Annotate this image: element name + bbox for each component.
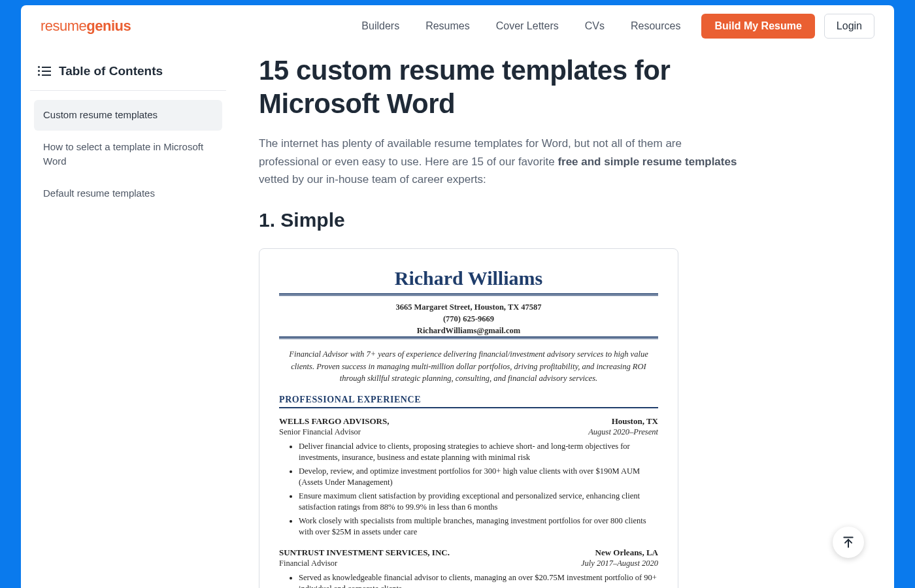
section-heading-simple: 1. Simple xyxy=(259,209,744,231)
nav-resources[interactable]: Resources xyxy=(631,20,680,32)
top-navigation: resumegenius Builders Resumes Cover Lett… xyxy=(21,5,894,47)
resume-address: 3665 Margaret Street, Houston, TX 47587 xyxy=(279,301,658,313)
job-role: Senior Financial Advisor xyxy=(279,427,361,437)
nav-resumes[interactable]: Resumes xyxy=(425,20,470,32)
table-of-contents: Table of Contents Custom resume template… xyxy=(30,54,226,588)
bullet: Work closely with specialists from multi… xyxy=(299,515,658,538)
page-title: 15 custom resume templates for Microsoft… xyxy=(259,54,744,120)
article-main: 15 custom resume templates for Microsoft… xyxy=(226,54,874,588)
logo-part2: genius xyxy=(86,18,131,34)
arrow-up-icon xyxy=(842,535,855,549)
toc-item-how-to-select[interactable]: How to select a template in Microsoft Wo… xyxy=(34,132,222,177)
nav-menu: Builders Resumes Cover Letters CVs Resou… xyxy=(361,20,680,32)
job-company: WELLS FARGO ADVISORS, xyxy=(279,416,389,427)
logo-part1: resume xyxy=(41,18,86,34)
divider xyxy=(279,293,658,295)
toc-title: Table of Contents xyxy=(59,64,163,78)
login-button[interactable]: Login xyxy=(824,14,874,39)
job-location: Houston, TX xyxy=(612,416,658,427)
nav-cover-letters[interactable]: Cover Letters xyxy=(496,20,559,32)
job-block: WELLS FARGO ADVISORS, Houston, TX Senior… xyxy=(279,416,658,538)
resume-section-title: PROFESSIONAL EXPERIENCE xyxy=(279,395,658,405)
intro-paragraph: The internet has plenty of available res… xyxy=(259,135,744,188)
resume-summary: Financial Advisor with 7+ years of exper… xyxy=(283,348,654,384)
toc-item-custom-templates[interactable]: Custom resume templates xyxy=(34,100,222,131)
toc-item-default-templates[interactable]: Default resume templates xyxy=(34,178,222,209)
nav-cvs[interactable]: CVs xyxy=(585,20,605,32)
bullet: Ensure maximum client satisfaction by pr… xyxy=(299,491,658,514)
bullet: Served as knowledgeable financial adviso… xyxy=(299,572,658,588)
divider xyxy=(279,407,658,408)
nav-builders[interactable]: Builders xyxy=(361,20,399,32)
job-dates: August 2020–Present xyxy=(588,427,658,437)
intro-post: vetted by our in-house team of career ex… xyxy=(259,173,486,186)
toc-header: Table of Contents xyxy=(30,59,226,91)
job-dates: July 2017–August 2020 xyxy=(581,559,658,568)
job-bullets: Served as knowledgeable financial adviso… xyxy=(279,572,658,588)
divider xyxy=(279,336,658,338)
list-icon xyxy=(38,66,51,76)
divider xyxy=(279,338,658,339)
job-bullets: Deliver financial advice to clients, pro… xyxy=(279,441,658,538)
resume-preview-simple[interactable]: Richard Williams 3665 Margaret Street, H… xyxy=(259,248,678,588)
job-block: SUNTRUST INVESTMENT SERVICES, INC. New O… xyxy=(279,547,658,588)
resume-contact: 3665 Margaret Street, Houston, TX 47587 … xyxy=(279,301,658,336)
scroll-to-top-button[interactable] xyxy=(833,527,864,558)
job-location: New Orleans, LA xyxy=(595,547,658,558)
resume-phone: (770) 625-9669 xyxy=(279,313,658,325)
intro-bold: free and simple resume templates xyxy=(557,155,737,168)
bullet: Deliver financial advice to clients, pro… xyxy=(299,441,658,464)
job-company: SUNTRUST INVESTMENT SERVICES, INC. xyxy=(279,547,450,558)
resume-email: RichardWilliams@gmail.com xyxy=(279,325,658,336)
job-role: Financial Advisor xyxy=(279,559,337,568)
divider xyxy=(279,295,658,296)
resume-name: Richard Williams xyxy=(279,267,658,289)
bullet: Develop, review, and optimize investment… xyxy=(299,466,658,489)
logo[interactable]: resumegenius xyxy=(41,18,131,35)
build-resume-button[interactable]: Build My Resume xyxy=(701,14,814,39)
